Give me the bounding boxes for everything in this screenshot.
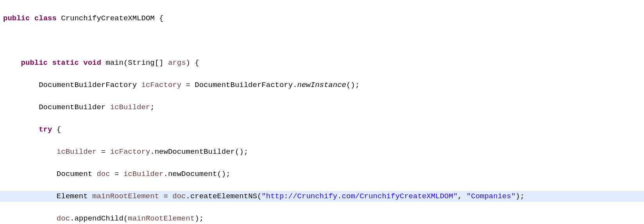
paren: (String[] (123, 59, 168, 67)
variable: mainRootElement (128, 214, 195, 223)
end: ; (150, 103, 154, 112)
variable: doc (97, 170, 110, 178)
code-line-5: DocumentBuilder icBuilder; (0, 102, 644, 113)
static-call: newInstance (297, 81, 346, 89)
variable: icBuilder (123, 170, 164, 178)
variable: doc (57, 214, 70, 223)
variable: icFactory (110, 148, 150, 156)
assign: = (97, 148, 110, 156)
brace: { (155, 14, 164, 23)
assign: = (110, 170, 123, 178)
end: (); (346, 81, 360, 89)
code-line-4: DocumentBuilderFactory icFactory = Docum… (0, 80, 644, 91)
end: ); (515, 192, 524, 201)
code-line-2 (0, 35, 644, 46)
type: DocumentBuilder (39, 103, 110, 112)
call: .appendChild( (70, 214, 128, 223)
keyword-static: static (52, 59, 79, 67)
string-literal: "Companies" (467, 192, 515, 201)
call: .newDocument(); (164, 170, 231, 178)
code-line-1: public class CrunchifyCreateXMLDOM { (0, 13, 644, 24)
call: .createElementNS( (186, 192, 262, 201)
code-line-7: icBuilder = icFactory.newDocumentBuilder… (0, 146, 644, 158)
keyword-public: public (21, 59, 48, 67)
code-line-3: public static void main(String[] args) { (0, 57, 644, 69)
assign: = (159, 192, 172, 201)
assign: = DocumentBuilderFactory. (181, 81, 297, 89)
code-line-6: try { (0, 124, 644, 135)
code-line-9-highlighted: Element mainRootElement = doc.createElem… (0, 191, 644, 202)
end: ); (195, 214, 204, 223)
call: .newDocumentBuilder(); (150, 148, 248, 156)
code-line-10: doc.appendChild(mainRootElement); (0, 213, 644, 224)
string-literal: "http://Crunchify.com/CrunchifyCreateXML… (261, 192, 458, 201)
method-name: main (106, 59, 123, 67)
code-line-8: Document doc = icBuilder.newDocument(); (0, 169, 644, 180)
variable: mainRootElement (92, 192, 159, 201)
comma: , (458, 192, 467, 201)
type: DocumentBuilderFactory (39, 81, 141, 89)
type: Document (57, 170, 97, 178)
variable: icFactory (141, 81, 181, 89)
paren: ) { (186, 59, 199, 67)
code-editor[interactable]: public class CrunchifyCreateXMLDOM { pub… (0, 0, 644, 224)
brace: { (52, 125, 61, 134)
class-name: CrunchifyCreateXMLDOM (61, 14, 154, 23)
keyword-public: public (3, 14, 30, 23)
variable: icBuilder (110, 103, 150, 112)
type: Element (57, 192, 92, 201)
variable: icBuilder (57, 148, 97, 156)
variable: doc (172, 192, 186, 201)
param-name: args (168, 59, 186, 67)
keyword-try: try (39, 125, 52, 134)
keyword-void: void (83, 59, 101, 67)
keyword-class: class (34, 14, 57, 23)
